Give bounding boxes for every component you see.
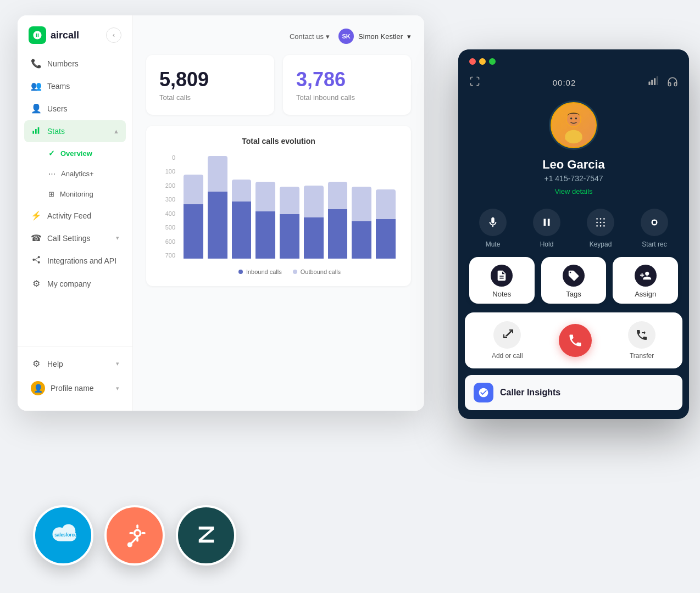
action-buttons: Notes Tags Assign [458,257,689,312]
keypad-icon [587,209,614,236]
headphone-icon [667,76,678,89]
tags-button[interactable]: Tags [541,257,607,304]
add-or-call-button[interactable]: Add or call [492,321,523,360]
svg-rect-11 [657,76,658,85]
svg-point-30 [135,531,139,535]
y-label: 700 [159,252,179,259]
svg-point-24 [600,225,602,227]
sidebar-item-label: Help [47,360,63,368]
monitoring-icon: ⊞ [48,190,54,198]
close-dot[interactable] [469,58,476,65]
bar-stack [352,187,371,259]
bar-stack [232,180,252,259]
sidebar-item-stats[interactable]: Stats ▲ [24,120,126,142]
transfer-button[interactable]: Transfer [628,321,655,360]
bar-outbound [376,189,396,219]
outbound-dot [293,270,297,274]
start-rec-button[interactable]: Start rec [631,209,678,248]
caller-phone: +1 415-732-7547 [544,174,603,183]
svg-point-18 [600,218,602,220]
svg-line-6 [35,258,37,260]
sidebar-item-my-company[interactable]: ⚙ My company [24,273,126,294]
svg-point-19 [603,218,605,220]
end-call-button[interactable] [559,324,592,357]
total-calls-card: 5,809 Total calls [146,55,274,115]
chart-card: Total calls evolution 700 600 500 400 30… [146,126,411,286]
sidebar-item-profile[interactable]: 👤 Profile name ▾ [24,376,126,401]
back-button[interactable]: ‹ [106,27,121,43]
svg-text:salesforce: salesforce [54,533,77,538]
start-rec-icon [641,209,668,236]
call-settings-icon: ☎ [31,233,42,243]
keypad-button[interactable]: Keypad [577,209,624,248]
activity-icon: ⚡ [31,210,42,221]
bar-stack [376,189,396,259]
view-details-link[interactable]: View details [554,187,592,195]
bar-stack [304,186,324,259]
expand-icon[interactable] [469,76,480,89]
sidebar-bottom: ⚙ Help ▾ 👤 Profile name ▾ [18,346,132,402]
sidebar-item-help[interactable]: ⚙ Help ▾ [24,353,126,374]
bar-outbound [232,180,252,202]
transfer-icon [628,321,655,349]
sidebar-item-call-settings[interactable]: ☎ Call Settings ▾ [24,227,126,249]
call-controls: Mute Hold Keypad [458,204,689,257]
mute-icon [479,209,507,236]
mute-button[interactable]: Mute [469,209,516,248]
chart-legend: Inbound calls Outbound calls [181,268,398,275]
teams-icon: 👥 [31,81,42,91]
integrations-icon [31,255,42,266]
users-icon: 👤 [31,103,42,114]
sidebar-item-activity-feed[interactable]: ⚡ Activity Feed [24,205,126,226]
bar-group [328,154,348,259]
sidebar-item-numbers[interactable]: 📞 Numbers [24,53,126,74]
sidebar-item-overview[interactable]: ✓ Overview [24,143,126,163]
assign-button[interactable]: Assign [613,257,678,304]
bar-stack [280,187,299,259]
bar-group [232,154,252,259]
sidebar-item-integrations[interactable]: Integrations and API [24,250,126,272]
sidebar-item-label: Integrations and API [47,256,116,265]
svg-rect-0 [32,131,34,133]
bar-group [255,154,275,259]
maximize-dot[interactable] [489,58,496,65]
user-chevron-icon: ▾ [407,32,411,41]
minimize-dot[interactable] [479,58,486,65]
sidebar-item-teams[interactable]: 👥 Teams [24,75,126,97]
mute-label: Mute [486,240,501,248]
sidebar-item-analytics[interactable]: ⋯ Analytics+ [24,164,126,183]
hold-button[interactable]: Hold [523,209,570,248]
hold-label: Hold [540,240,554,248]
sidebar-item-label: Numbers [47,59,79,68]
bars-container [181,154,398,259]
total-calls-number: 5,809 [159,68,261,91]
svg-rect-27 [653,221,656,224]
bar-inbound [232,202,252,259]
y-label: 0 [159,154,179,161]
legend-inbound: Inbound calls [238,268,282,275]
svg-rect-10 [654,78,655,85]
sidebar-item-label: Overview [60,149,92,158]
notes-button[interactable]: Notes [469,257,535,304]
add-or-call-label: Add or call [492,352,523,360]
svg-point-23 [596,225,598,227]
sidebar-item-monitoring[interactable]: ⊞ Monitoring [24,184,126,204]
transfer-label: Transfer [630,352,654,360]
svg-rect-31 [136,524,138,528]
contact-us-button[interactable]: Contact us ▾ [290,32,330,41]
bar-outbound [255,182,275,211]
chevron-down-icon: ▾ [116,385,119,392]
bar-group [376,154,396,259]
user-menu[interactable]: SK Simon Kestler ▾ [338,29,411,44]
hold-icon [533,209,560,236]
sidebar-item-label: Call Settings [47,234,91,243]
bar-stack [208,156,227,259]
sidebar-item-users[interactable]: 👤 Users [24,98,126,119]
svg-rect-9 [651,80,653,85]
svg-point-15 [575,118,577,120]
user-avatar: SK [338,29,354,44]
bar-outbound [352,187,371,221]
main-content: Contact us ▾ SK Simon Kestler ▾ 5,809 To… [133,15,424,411]
bar-group [304,154,324,259]
caller-insights-area[interactable]: Caller Insights [465,375,682,410]
